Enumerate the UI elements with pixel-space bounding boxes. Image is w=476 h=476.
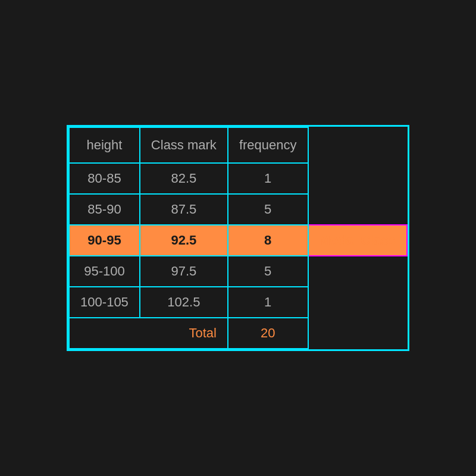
cell-freq-4: 5 <box>228 256 308 287</box>
header-frequency: frequency <box>228 127 308 163</box>
modal-class-row: 90-95 92.5 8 Modal Class <box>69 225 407 256</box>
cell-classmark-2: 87.5 <box>140 194 228 225</box>
table-row: 95-100 97.5 5 <box>69 256 407 287</box>
cell-freq-1: 1 <box>228 163 308 194</box>
cell-height-1: 80-85 <box>69 163 140 194</box>
cell-freq-2: 5 <box>228 194 308 225</box>
cell-height-2: 85-90 <box>69 194 140 225</box>
total-value: 20 <box>228 318 308 349</box>
cell-height-5: 100-105 <box>69 287 140 318</box>
cell-height-4: 95-100 <box>69 256 140 287</box>
cell-classmark-modal: 92.5 <box>140 225 228 256</box>
cell-classmark-1: 82.5 <box>140 163 228 194</box>
modal-class-label: Modal Class <box>308 225 407 256</box>
table-row: 85-90 87.5 5 <box>69 194 407 225</box>
table-row: 100-105 102.5 1 <box>69 287 407 318</box>
cell-height-modal: 90-95 <box>69 225 140 256</box>
cell-classmark-4: 97.5 <box>140 256 228 287</box>
header-height: height <box>69 127 140 163</box>
cell-freq-modal: 8 <box>228 225 308 256</box>
total-row: Total 20 <box>69 318 407 349</box>
total-label: Total <box>69 318 228 349</box>
header-class-mark: Class mark <box>140 127 228 163</box>
table-row: 80-85 82.5 1 <box>69 163 407 194</box>
table-header-row: height Class mark frequency <box>69 127 407 163</box>
table-container: height Class mark frequency 80-85 82.5 1… <box>67 125 409 351</box>
cell-freq-5: 1 <box>228 287 308 318</box>
cell-classmark-5: 102.5 <box>140 287 228 318</box>
